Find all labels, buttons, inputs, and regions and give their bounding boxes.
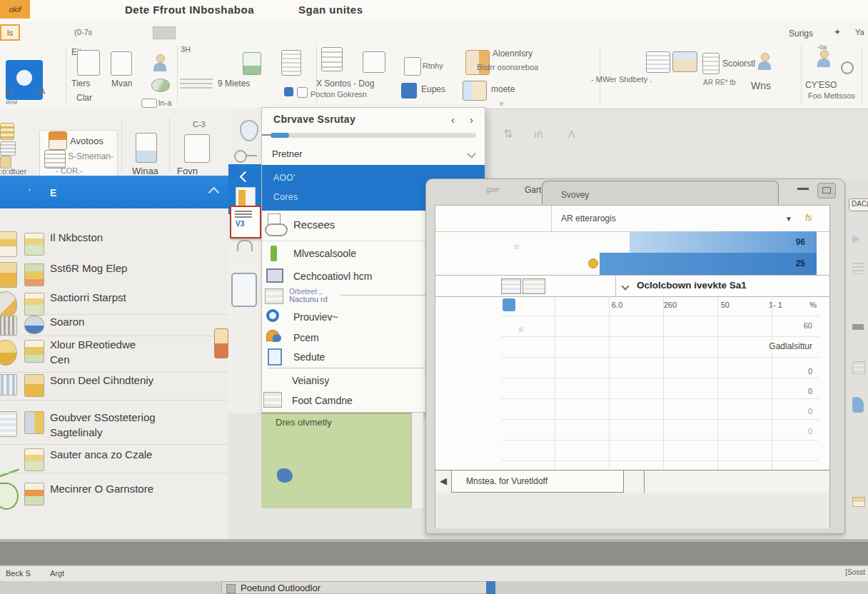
edit-person-icon[interactable]	[817, 59, 830, 67]
contact-person-icon[interactable]	[153, 63, 166, 71]
fovn-label[interactable]: Fovn	[177, 166, 198, 176]
3h-icon[interactable]: 3H	[181, 45, 191, 54]
yellow-box-icon[interactable]	[852, 497, 865, 507]
header-grid-icon[interactable]	[501, 278, 521, 294]
highlight-row-1[interactable]: 96	[630, 231, 817, 253]
list-lines-icon[interactable]	[180, 79, 213, 91]
i8-button[interactable]: I8	[6, 87, 12, 96]
sheet-tab[interactable]: Mnstea. for Vuretldoff	[451, 470, 624, 493]
folder-item[interactable]: Sst6R Mog Elep	[0, 262, 228, 291]
dark-dash-icon[interactable]	[852, 324, 864, 330]
taskbar-app-button[interactable]: Poetund Outloodlor	[221, 581, 487, 594]
maximize-button[interactable]	[817, 183, 836, 198]
cor-label[interactable]: - COR.-	[56, 166, 83, 175]
star-icon[interactable]: ✦	[834, 27, 841, 37]
pocton-label[interactable]: Pocton Gokresn	[311, 90, 367, 99]
table-header-row[interactable]: Oclolcbown ivevkte Sa1	[435, 275, 829, 297]
minimize-icon[interactable]	[797, 188, 809, 190]
app-corner-tab[interactable]: okif	[0, 0, 30, 19]
qat-item-label[interactable]: (0-7s	[74, 28, 92, 36]
mvan-label[interactable]: Mvan	[111, 79, 132, 89]
key-icon[interactable]	[234, 150, 247, 163]
doc-lines-icon[interactable]	[281, 50, 301, 76]
dropdown-arrow-icon[interactable]: ▼	[785, 215, 792, 223]
mvan-tool-icon[interactable]	[111, 51, 132, 76]
circle-icon[interactable]	[841, 61, 854, 74]
winaa-icon[interactable]	[136, 133, 157, 163]
printer-row[interactable]: Pretner	[262, 144, 485, 166]
table-icon[interactable]	[646, 51, 670, 73]
next-button[interactable]: ›	[470, 114, 473, 126]
lna-label[interactable]: ln-a	[158, 99, 171, 107]
sheet-grid[interactable]	[501, 296, 819, 471]
eupes-icon[interactable]	[401, 83, 417, 99]
edge-icon-1[interactable]	[0, 123, 14, 140]
rtnhy-icon[interactable]	[404, 57, 421, 76]
blue-folder-icon[interactable]	[852, 397, 864, 413]
scoiorstl-label[interactable]: Scoiorstl	[722, 59, 755, 69]
highlight-row-2[interactable]: 25	[600, 253, 817, 275]
ca-box-icon[interactable]	[363, 51, 385, 73]
selected-item-2[interactable]: Cores	[273, 192, 298, 202]
eso-label[interactable]: CY'ESO	[805, 80, 837, 90]
foo-label[interactable]: Foo Mettssos	[808, 91, 855, 100]
green-note-panel[interactable]: Dres olvmetly	[261, 413, 412, 508]
globe-icon[interactable]	[151, 79, 170, 92]
scroll-gutter[interactable]	[411, 413, 423, 508]
avotoos-label[interactable]: Avotoos	[70, 136, 104, 146]
selection-band[interactable]: ' E	[0, 176, 228, 208]
lines-icon[interactable]	[852, 263, 864, 274]
folder-item[interactable]: Soaron	[0, 316, 228, 337]
rtnhy-label[interactable]: Rtnhy	[423, 61, 443, 70]
eupes-label[interactable]: Eupes	[421, 84, 445, 94]
wns-person-icon[interactable]	[758, 61, 771, 70]
smeman-label[interactable]: S-Smeman-	[68, 151, 113, 161]
winaa-label[interactable]: Winaa	[132, 166, 158, 176]
folder-item[interactable]: Sonn Deel Cihndteniy	[0, 374, 228, 398]
table-small-icon[interactable]	[852, 361, 865, 374]
chevron-down-icon[interactable]	[621, 282, 629, 290]
header-list-icon[interactable]	[523, 278, 545, 294]
avotoos-icon[interactable]	[49, 131, 67, 150]
prev-button[interactable]: ‹	[451, 114, 455, 126]
name-box-value[interactable]: AR etterarogis	[561, 213, 616, 223]
aloennlsry-label[interactable]: Aloennlsry	[493, 49, 533, 59]
arch-icon[interactable]	[237, 240, 253, 251]
gray-square-icon[interactable]	[297, 87, 308, 98]
fx-icon[interactable]: fs	[805, 213, 812, 223]
file-tab[interactable]: Is	[0, 24, 20, 41]
folder-item[interactable]: Il Nkbcston	[0, 231, 228, 260]
folder-item[interactable]: Sauter anca zo Czale	[0, 448, 228, 474]
green-doc-icon[interactable]	[243, 52, 261, 75]
1a-button[interactable]: 1A	[36, 87, 45, 96]
dac-tag[interactable]: DAC(S	[849, 198, 868, 211]
zoom-slider[interactable]	[271, 133, 476, 138]
wns-label[interactable]: Wns	[751, 80, 771, 91]
sheet-nav-arrow[interactable]: ◀	[440, 475, 447, 486]
active-module-icon[interactable]	[230, 206, 261, 238]
taskbar-accent[interactable]	[486, 581, 495, 594]
bank-icon[interactable]	[672, 51, 697, 72]
small-box-icon[interactable]	[141, 99, 157, 108]
tiers-label[interactable]: Tiers	[71, 79, 90, 89]
fovn-icon[interactable]	[184, 134, 210, 163]
blue-square-icon[interactable]	[284, 87, 293, 96]
shield-icon[interactable]	[240, 120, 258, 141]
cb-grid-icon[interactable]	[321, 47, 343, 71]
moete-label[interactable]: moete	[491, 84, 515, 94]
sontos-label[interactable]: X Sontos - Dog	[316, 79, 374, 89]
sco-doc-icon[interactable]	[702, 53, 720, 74]
tab-svovey[interactable]: Svovey	[542, 181, 779, 204]
settings-label[interactable]: Surigs	[789, 29, 813, 39]
tiers-tool-icon[interactable]	[77, 50, 100, 76]
mietes-label[interactable]: 9 Mietes	[218, 79, 250, 89]
folder-item[interactable]: Xlour BReotiedwe Cen	[0, 338, 228, 371]
folder-item[interactable]: Mecinrer O Garnstore	[0, 483, 228, 508]
play-icon[interactable]	[852, 234, 859, 244]
selected-item-1[interactable]: AOO'	[273, 173, 296, 183]
tablet-icon[interactable]	[231, 273, 257, 307]
edge-icon-2[interactable]	[0, 141, 16, 156]
folder-item[interactable]: Goubver SSosteteriog Sagtelinaly	[0, 411, 228, 448]
clar-label[interactable]: Clar	[76, 93, 92, 103]
mler-label[interactable]: - MWer Shdbety .	[591, 75, 652, 84]
